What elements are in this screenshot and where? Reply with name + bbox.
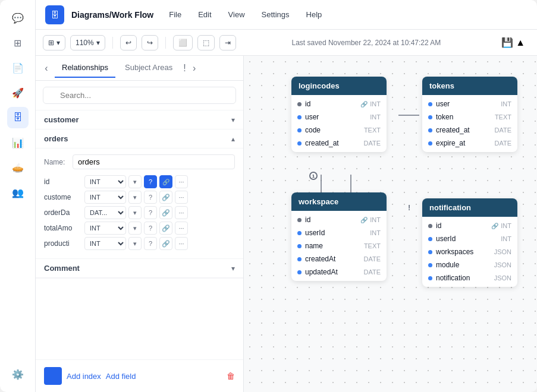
save-button[interactable]: 💾 ▲: [497, 34, 530, 51]
table-notification-header: notification: [422, 198, 517, 217]
menu-edit[interactable]: Edit: [194, 8, 215, 21]
table-tokens[interactable]: tokens user INT token TEXT created_at DA…: [422, 77, 517, 152]
content-area: ‹ Relationships Subject Areas ! › 🔍: [36, 56, 537, 392]
field-question-id[interactable]: ?: [144, 175, 157, 188]
table-logincodes-body: id 🔗INT user INT code TEXT created_at DA…: [291, 95, 387, 152]
field-type-custome[interactable]: INTTEXTDATE: [84, 191, 126, 204]
add-index-link[interactable]: Add index: [67, 372, 101, 381]
sidebar-icon-layout[interactable]: ⊞: [7, 32, 29, 53]
connector-button[interactable]: ⇥: [219, 35, 236, 50]
zoom-arrow: ▾: [96, 39, 100, 47]
sidebar-icon-chart[interactable]: 📊: [7, 132, 29, 153]
field-more-id[interactable]: ···: [175, 175, 188, 188]
tab-arrow-left[interactable]: ‹: [40, 62, 52, 74]
table-row: notification JSON: [422, 271, 517, 284]
sidebar-icon-doc[interactable]: 📄: [7, 57, 29, 78]
field-chevron-id[interactable]: ▾: [128, 175, 142, 188]
field-more-producti[interactable]: ···: [175, 237, 188, 250]
field-key-orderda[interactable]: 🔗: [159, 206, 172, 219]
canvas[interactable]: 1 1 1 1 1 logincodes id 🔗INT user INT: [244, 56, 537, 392]
orders-section-header[interactable]: orders ▴: [36, 129, 243, 148]
side-panel: ‹ Relationships Subject Areas ! › 🔍: [36, 56, 244, 392]
table-row: code TEXT: [291, 124, 387, 137]
field-type-orderda[interactable]: DAT...INTTEXT: [84, 206, 126, 219]
field-key-totalamo[interactable]: 🔗: [159, 222, 172, 235]
sidebar-icon-settings[interactable]: ⚙️: [7, 363, 29, 385]
field-key-custome[interactable]: 🔗: [159, 191, 172, 204]
add-field-link[interactable]: Add field: [106, 372, 136, 381]
table-notification[interactable]: notification id 🔗INT userId INT workspac…: [422, 198, 517, 287]
tab-subject-areas[interactable]: Subject Areas: [118, 58, 180, 78]
comment-section: Comment ▾: [36, 259, 243, 279]
customer-title: customer: [44, 115, 79, 124]
field-more-custome[interactable]: ···: [175, 191, 188, 204]
sidebar-icon-users[interactable]: 👥: [7, 182, 29, 203]
field-type-producti[interactable]: INTTEXTDATE: [84, 237, 126, 250]
table-add-button[interactable]: ⬜: [173, 35, 193, 50]
tab-arrow-right[interactable]: ›: [189, 62, 200, 74]
sidebar-icon-pie[interactable]: 🥧: [7, 157, 29, 178]
menu-view[interactable]: View: [225, 8, 249, 21]
sidebar-icon-database[interactable]: 🗄: [7, 107, 29, 128]
connector-1: 1: [309, 172, 318, 180]
field-key-id[interactable]: 🔗: [159, 175, 172, 188]
layers-arrow: ▾: [56, 39, 60, 47]
table-row: user INT: [422, 97, 517, 110]
field-question-totalamo[interactable]: ?: [144, 222, 157, 235]
field-chevron-producti[interactable]: ▾: [128, 237, 142, 250]
menu-bar: File Edit View Settings Help: [165, 8, 325, 21]
field-row-orderda: orderDa DAT...INTTEXT ▾ ? 🔗 ···: [44, 206, 235, 219]
table-row: token TEXT: [422, 110, 517, 124]
comment-header[interactable]: Comment ▾: [36, 259, 243, 278]
field-question-custome[interactable]: ?: [144, 191, 157, 204]
field-key-producti[interactable]: 🔗: [159, 237, 172, 250]
field-question-orderda[interactable]: ?: [144, 206, 157, 219]
field-row-totalamo: totalAmo INTTEXTDATE ▾ ? 🔗 ···: [44, 222, 235, 235]
sidebar-icon-rocket[interactable]: 🚀: [7, 82, 29, 103]
name-row: Name:: [44, 154, 235, 169]
color-picker[interactable]: [44, 367, 62, 385]
field-name-id: id: [44, 178, 82, 186]
table-row: userId INT: [422, 232, 517, 245]
table-notification-body: id 🔗INT userId INT workspaces JSON modul…: [422, 217, 517, 287]
field-chevron-totalamo[interactable]: ▾: [128, 222, 142, 235]
app-title: Diagrams/Work Flow: [71, 10, 153, 20]
table-workspace-body: id 🔗INT userId INT name TEXT createdAt D…: [291, 211, 387, 281]
panel-actions: Add index Add field 🗑: [36, 359, 243, 392]
field-more-orderda[interactable]: ···: [175, 206, 188, 219]
field-question-producti[interactable]: ?: [144, 237, 157, 250]
search-input[interactable]: [43, 87, 236, 104]
table-row: updatedAt DATE: [291, 265, 387, 279]
main-area: 🗄 Diagrams/Work Flow File Edit View Sett…: [36, 0, 537, 392]
search-wrap: 🔍: [43, 87, 236, 104]
delete-button[interactable]: 🗑: [227, 371, 235, 381]
menu-file[interactable]: File: [165, 8, 185, 21]
table-logincodes[interactable]: logincodes id 🔗INT user INT code TEXT: [291, 77, 387, 152]
comment-title: Comment: [44, 264, 80, 273]
app-icon: 🗄: [45, 5, 64, 24]
field-chevron-custome[interactable]: ▾: [128, 191, 142, 204]
field-chevron-orderda[interactable]: ▾: [128, 206, 142, 219]
redo-button[interactable]: ↪: [142, 35, 158, 50]
table-workspace[interactable]: workspace id 🔗INT userId INT name TEXT: [291, 192, 387, 281]
layers-button[interactable]: ⊞ ▾: [43, 35, 65, 50]
view-button[interactable]: ⬚: [197, 35, 215, 50]
field-more-totalamo[interactable]: ···: [175, 222, 188, 235]
table-row: id 🔗INT: [422, 219, 517, 232]
menu-settings[interactable]: Settings: [258, 8, 293, 21]
save-arrow: ▲: [516, 37, 525, 48]
customer-section-header[interactable]: customer ▾: [36, 110, 243, 129]
name-input[interactable]: [73, 154, 235, 169]
field-type-id[interactable]: INTTEXTDATEJSON: [84, 175, 126, 188]
field-name-totalamo: totalAmo: [44, 224, 82, 232]
orders-title: orders: [44, 134, 68, 143]
tab-more-icon[interactable]: !: [183, 63, 186, 74]
sidebar-icon-chat[interactable]: 💬: [7, 7, 29, 29]
field-name-orderda: orderDa: [44, 208, 82, 217]
zoom-button[interactable]: 110% ▾: [70, 35, 105, 50]
customer-chevron: ▾: [231, 116, 235, 124]
tab-relationships[interactable]: Relationships: [55, 58, 115, 78]
menu-help[interactable]: Help: [303, 8, 326, 21]
field-type-totalamo[interactable]: INTTEXTDATE: [84, 222, 126, 235]
undo-button[interactable]: ↩: [120, 35, 137, 50]
